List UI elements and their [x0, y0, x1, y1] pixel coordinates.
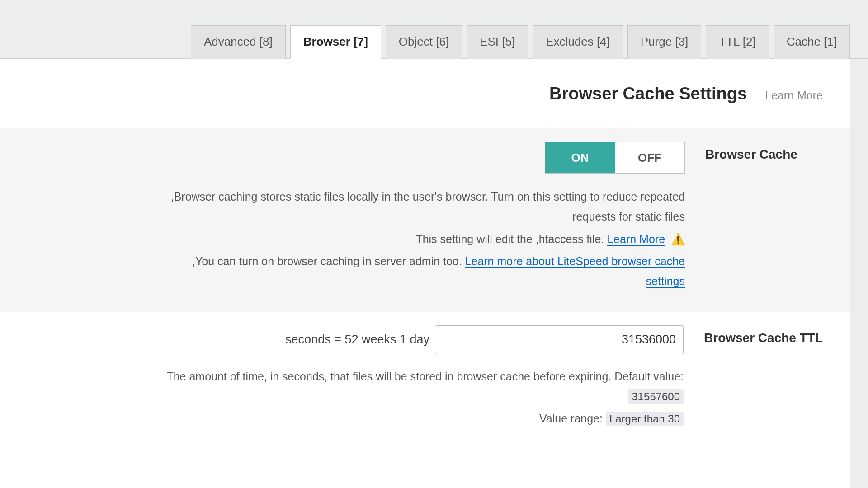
- toggle-off-button[interactable]: OFF: [615, 142, 684, 173]
- htaccess-warning-line: This setting will edit the ,htaccess fil…: [415, 230, 685, 249]
- toggle-on-button[interactable]: ON: [545, 142, 615, 173]
- tab-purge[interactable]: Purge [3]: [627, 25, 702, 59]
- tab-object[interactable]: Object [6]: [386, 25, 462, 59]
- ttl-range-line: Value range: Larger than 30: [539, 409, 684, 429]
- htaccess-warning-text: This setting will edit the ,htaccess fil…: [415, 233, 607, 245]
- tab-advanced[interactable]: Advanced [8]: [191, 25, 286, 59]
- tab-cache[interactable]: Cache [1]: [774, 25, 850, 59]
- section-browser-cache: ON OFF ,Browser caching stores static fi…: [0, 128, 850, 312]
- tab-esi[interactable]: ESI [5]: [467, 25, 528, 59]
- ttl-range-prefix: Value range:: [539, 412, 606, 425]
- page-header: Browser Cache Settings Learn More: [0, 59, 850, 128]
- ttl-input[interactable]: [435, 325, 684, 354]
- section-browser-cache-ttl: seconds = 52 weeks 1 day The amount of t…: [0, 312, 850, 449]
- learn-more-link[interactable]: Learn More: [765, 89, 823, 102]
- ttl-range-value: Larger than 30: [606, 412, 684, 426]
- ttl-description: The amount of time, in seconds, that fil…: [164, 367, 684, 407]
- footer: Save Changes: [0, 449, 850, 488]
- htaccess-learn-more-link[interactable]: Learn More: [607, 233, 665, 246]
- page-title: Browser Cache Settings: [549, 84, 747, 103]
- ttl-default-value: 31557600: [628, 389, 684, 404]
- server-admin-text: ,You can turn on browser caching in serv…: [192, 255, 465, 267]
- ttl-desc-text: The amount of time, in seconds, that fil…: [166, 370, 684, 383]
- browser-cache-label: Browser Cache: [705, 142, 823, 162]
- tab-browser[interactable]: Browser [7]: [290, 25, 381, 59]
- warning-icon: ⚠️: [671, 230, 685, 249]
- browser-cache-ttl-label: Browser Cache TTL: [704, 325, 823, 345]
- browser-cache-toggle[interactable]: ON OFF: [545, 142, 685, 174]
- tab-excludes[interactable]: Excludes [4]: [533, 25, 623, 59]
- ttl-conversion-hint: seconds = 52 weeks 1 day: [285, 333, 429, 347]
- tabs-bar: Advanced [8] Browser [7] Object [6] ESI …: [0, 0, 868, 59]
- tab-ttl[interactable]: TTL [2]: [706, 25, 769, 59]
- litespeed-learn-more-link[interactable]: Learn more about LiteSpeed browser cache…: [465, 255, 685, 288]
- browser-cache-description: ,Browser caching stores static files loc…: [165, 187, 685, 227]
- server-admin-line: ,You can turn on browser caching in serv…: [165, 252, 685, 291]
